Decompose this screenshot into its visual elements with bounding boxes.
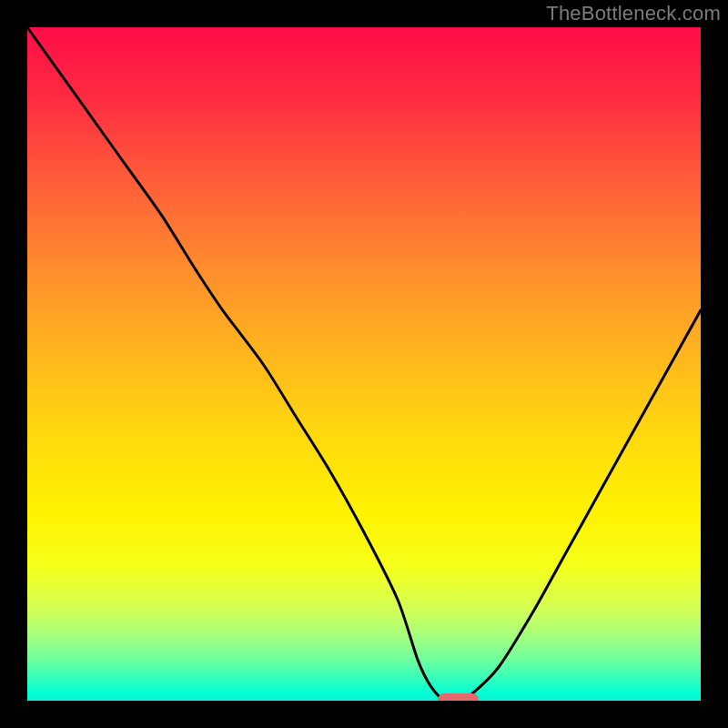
bottleneck-curve [27, 27, 701, 701]
plot-area [27, 27, 701, 701]
optimal-marker-pill [438, 693, 478, 701]
watermark-text: TheBottleneck.com [546, 2, 721, 25]
chart-stage: TheBottleneck.com [0, 0, 728, 728]
bottleneck-curve-svg [27, 27, 701, 701]
